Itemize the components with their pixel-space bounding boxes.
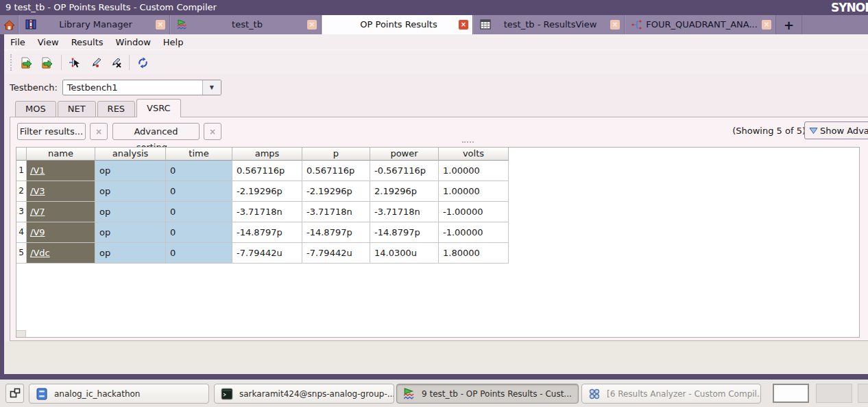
analysis-cell[interactable]: op <box>95 243 166 264</box>
refresh-button[interactable] <box>132 53 153 72</box>
probe-button[interactable] <box>64 53 85 72</box>
time-cell[interactable]: 0 <box>166 181 232 202</box>
amps-cell[interactable]: -7.79442u <box>232 243 302 264</box>
net-link[interactable]: /V9 <box>30 227 45 237</box>
tab-op-points-results[interactable]: OP Points Results × <box>322 15 473 34</box>
window-list-button[interactable] <box>5 384 24 403</box>
tab-close-icon[interactable]: × <box>762 20 771 30</box>
p-cell[interactable]: -3.71718n <box>302 202 370 222</box>
net-link[interactable]: /V1 <box>30 165 45 176</box>
tab-close-icon[interactable]: × <box>610 20 620 30</box>
menu-file[interactable]: File <box>4 37 32 47</box>
analysis-cell[interactable]: op <box>95 161 166 181</box>
filter-results-button[interactable]: Filter results... <box>17 123 86 140</box>
name-cell[interactable]: /V9 <box>27 222 95 243</box>
row-number-cell[interactable]: 1 <box>16 161 27 181</box>
column-resize-handle[interactable] <box>462 141 474 143</box>
tab-close-icon[interactable]: × <box>459 20 468 30</box>
p-cell[interactable]: -7.79442u <box>302 243 370 264</box>
p-cell[interactable]: -14.8797p <box>302 222 370 243</box>
taskbar-item-results-analyzer[interactable]: [6 Results Analyzer - Custom Compil... <box>581 384 761 404</box>
volts-cell[interactable]: -1.00000 <box>439 202 509 222</box>
annotate-button[interactable] <box>85 53 106 72</box>
taskbar-item-file-manager[interactable]: analog_ic_hackathon <box>29 384 209 404</box>
name-cell[interactable]: /V3 <box>27 181 95 202</box>
corner-header-cell[interactable] <box>16 148 27 161</box>
show-advanced-button[interactable]: Show Advan <box>804 121 868 139</box>
p-cell[interactable]: 0.567116p <box>302 161 370 181</box>
power-cell[interactable]: -0.567116p <box>370 161 439 181</box>
results-panel: Filter results... × Advanced sorting... … <box>10 117 868 341</box>
amps-cell[interactable]: -14.8797p <box>232 222 302 243</box>
analysis-cell[interactable]: op <box>95 202 166 222</box>
chevron-down-icon[interactable]: ▼ <box>202 80 221 95</box>
menu-window[interactable]: Window <box>110 37 157 47</box>
name-cell[interactable]: /V7 <box>27 202 95 222</box>
taskbar-item-terminal[interactable]: sarkaramit424@snps-analog-group-... <box>214 384 394 404</box>
amps-cell[interactable]: 0.567116p <box>232 161 302 181</box>
net-link[interactable]: /Vdc <box>30 248 50 258</box>
export-results-button[interactable] <box>17 53 38 72</box>
toolbar-grip[interactable] <box>10 54 13 71</box>
column-header-p[interactable]: p <box>302 148 370 161</box>
workspace-1[interactable] <box>773 384 809 403</box>
home-button[interactable] <box>0 15 19 34</box>
power-cell[interactable]: 2.19296p <box>370 181 439 202</box>
amps-cell[interactable]: -3.71718n <box>232 202 302 222</box>
p-cell[interactable]: -2.19296p <box>302 181 370 202</box>
tab-four-quadrant[interactable]: FOUR_QUADRANT_ANA... × <box>625 15 776 34</box>
column-header-analysis[interactable]: analysis <box>95 148 166 161</box>
workspace-2[interactable] <box>816 384 852 403</box>
taskbar-item-label: analog_ic_hackathon <box>54 389 140 399</box>
time-cell[interactable]: 0 <box>166 161 232 181</box>
tab-test-tb-resultsview[interactable]: test_tb - ResultsView × <box>473 15 625 34</box>
clear-sorting-button[interactable]: × <box>204 123 221 140</box>
advanced-sorting-button[interactable]: Advanced sorting... <box>112 123 200 140</box>
row-number-cell[interactable]: 4 <box>16 222 27 243</box>
volts-cell[interactable]: -1.00000 <box>439 222 509 243</box>
power-cell[interactable]: -14.8797p <box>370 222 439 243</box>
menu-view[interactable]: View <box>32 37 65 47</box>
clear-filter-button[interactable]: × <box>90 123 108 140</box>
tab-close-icon[interactable]: × <box>307 20 317 30</box>
column-header-volts[interactable]: volts <box>439 148 509 161</box>
row-number-cell[interactable]: 2 <box>16 181 27 202</box>
tab-res[interactable]: RES <box>97 101 136 117</box>
volts-cell[interactable]: 1.00000 <box>439 181 509 202</box>
volts-cell[interactable]: 1.80000 <box>439 243 509 264</box>
amps-cell[interactable]: -2.19296p <box>232 181 302 202</box>
power-cell[interactable]: 14.0300u <box>370 243 439 264</box>
time-cell[interactable]: 0 <box>166 222 232 243</box>
export-all-button[interactable] <box>38 53 58 72</box>
menu-help[interactable]: Help <box>157 37 190 47</box>
net-link[interactable]: /V7 <box>30 207 45 217</box>
column-header-time[interactable]: time <box>166 148 232 161</box>
tab-close-icon[interactable]: × <box>156 20 165 30</box>
remove-annotation-button[interactable] <box>106 53 126 72</box>
tab-test-tb[interactable]: test_tb × <box>170 15 322 34</box>
analysis-cell[interactable]: op <box>95 222 166 243</box>
tab-net[interactable]: NET <box>58 101 96 117</box>
grid-circles-icon <box>588 388 601 400</box>
power-cell[interactable]: -3.71718n <box>370 202 439 222</box>
row-number-cell[interactable]: 3 <box>16 202 27 222</box>
new-tab-button[interactable]: + <box>776 15 802 34</box>
tab-library-manager[interactable]: Library Manager × <box>19 15 170 34</box>
column-header-power[interactable]: power <box>370 148 439 161</box>
column-header-amps[interactable]: amps <box>232 148 302 161</box>
tab-vsrc[interactable]: VSRC <box>136 99 181 117</box>
row-number-cell[interactable]: 5 <box>16 243 27 264</box>
tab-mos[interactable]: MOS <box>15 101 56 117</box>
workspace-3[interactable] <box>858 384 868 403</box>
net-link[interactable]: /V3 <box>30 186 45 196</box>
volts-cell[interactable]: 1.00000 <box>439 161 509 181</box>
time-cell[interactable]: 0 <box>166 243 232 264</box>
name-cell[interactable]: /V1 <box>27 161 95 181</box>
taskbar-item-op-points[interactable]: 9 test_tb - OP Points Results - Cust... <box>396 384 579 404</box>
analysis-cell[interactable]: op <box>95 181 166 202</box>
name-cell[interactable]: /Vdc <box>27 243 95 264</box>
testbench-select[interactable]: Testbench1 ▼ <box>62 80 221 95</box>
time-cell[interactable]: 0 <box>166 202 232 222</box>
column-header-name[interactable]: name <box>27 148 95 161</box>
menu-results[interactable]: Results <box>65 37 110 47</box>
